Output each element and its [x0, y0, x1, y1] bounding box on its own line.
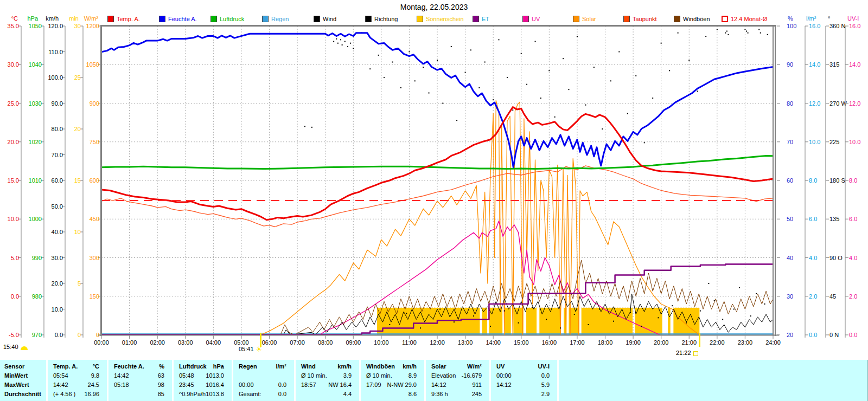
svg-text:315: 315	[829, 61, 839, 68]
svg-text:180 S: 180 S	[829, 177, 845, 184]
svg-text:%: %	[788, 15, 793, 22]
svg-text:80.0: 80.0	[52, 126, 63, 132]
table-group-windboeen: Windböenkm/h Ø 10 min.8.9 17:09N-NW 29.0…	[361, 360, 426, 401]
svg-text:990: 990	[32, 255, 42, 261]
svg-text:10:00: 10:00	[374, 339, 389, 346]
svg-text:15:00: 15:00	[514, 339, 529, 346]
svg-text:16:00: 16:00	[542, 339, 557, 346]
svg-text:90 O: 90 O	[829, 255, 843, 261]
svg-text:05:00: 05:00	[234, 339, 249, 346]
svg-text:70: 70	[787, 139, 793, 145]
svg-text:21:00: 21:00	[681, 339, 697, 346]
sunset-time: 21:22	[676, 350, 691, 356]
table-group-solar: SolarW/m² Elevation-16.679 14:12911 9:36…	[426, 360, 491, 401]
weather-chart: 35.030.025.020.015.010.05.00.0-5.0°C1050…	[0, 0, 868, 359]
axis-temp: 35.030.025.020.015.010.05.00.0-5.0°C	[8, 15, 21, 338]
axis-rain: 16.014.012.010.08.06.04.02.00.0l/m²	[805, 15, 820, 338]
svg-text:50.0: 50.0	[52, 203, 63, 210]
table-group-temp: Temp. A.°C 05:549.8 14:4224.5 (+ 4.56 )1…	[48, 360, 108, 401]
svg-text:40.0: 40.0	[52, 229, 63, 235]
svg-text:1000: 1000	[29, 216, 42, 222]
svg-text:135: 135	[829, 216, 839, 222]
svg-text:10: 10	[74, 229, 81, 235]
svg-text:90: 90	[787, 61, 793, 68]
grid	[101, 26, 773, 335]
svg-text:30.0: 30.0	[52, 255, 63, 261]
svg-text:970: 970	[32, 332, 42, 338]
sun-icon: ☀	[256, 347, 263, 352]
svg-text:-5.0: -5.0	[9, 332, 19, 338]
axis-solar: 120010509007506004503001500W/m²	[84, 15, 101, 338]
svg-text:4.0: 4.0	[809, 255, 817, 261]
svg-text:450: 450	[90, 216, 99, 222]
svg-text:0.0: 0.0	[55, 332, 63, 338]
svg-text:09:00: 09:00	[346, 339, 361, 346]
svg-text:110.0: 110.0	[48, 49, 63, 55]
table-group-feuchte: Feuchte A.% 14:4263 05:1898 85	[108, 360, 174, 401]
svg-text:20: 20	[787, 332, 793, 338]
svg-text:km/h: km/h	[46, 15, 59, 22]
col-header-sensor: Sensor	[4, 363, 24, 370]
svg-text:1050: 1050	[86, 61, 99, 68]
svg-text:1030: 1030	[29, 100, 42, 107]
svg-text:17:00: 17:00	[570, 339, 585, 346]
svg-text:360 N: 360 N	[829, 23, 845, 29]
svg-text:270 W: 270 W	[829, 100, 847, 107]
svg-text:06:00: 06:00	[262, 339, 277, 346]
series-richtung	[304, 29, 768, 328]
svg-text:20:00: 20:00	[654, 339, 669, 346]
table-group-wind: Windkm/h Ø 10 min.3.9 18:57NW 16.4 4.4	[296, 360, 361, 401]
series-et	[101, 264, 773, 335]
svg-text:°: °	[828, 15, 830, 22]
svg-text:30: 30	[787, 293, 793, 300]
row-header-minwert: MinWert	[4, 372, 28, 379]
svg-text:14:00: 14:00	[486, 339, 501, 346]
svg-text:min: min	[69, 15, 79, 22]
svg-text:20.0: 20.0	[8, 139, 19, 145]
svg-text:1010: 1010	[29, 177, 42, 184]
svg-text:23:00: 23:00	[738, 339, 753, 346]
table-filler	[559, 360, 868, 401]
svg-text:980: 980	[32, 293, 42, 300]
axis-hum: 1009080706050403020%	[777, 15, 796, 338]
x-axis: 00:0001:0002:0003:0004:0005:0006:0007:00…	[94, 335, 781, 346]
svg-text:100.0: 100.0	[48, 74, 63, 81]
svg-text:6.0: 6.0	[809, 216, 817, 222]
svg-text:25: 25	[74, 74, 81, 81]
svg-text:80: 80	[787, 100, 793, 107]
svg-text:5: 5	[78, 280, 81, 287]
svg-text:20: 20	[74, 126, 81, 132]
svg-text:8.0: 8.0	[809, 177, 817, 184]
svg-text:35.0: 35.0	[8, 23, 19, 29]
svg-text:°C: °C	[11, 15, 18, 22]
sunset-tick	[699, 333, 700, 347]
svg-text:10.0: 10.0	[52, 306, 63, 313]
svg-text:300: 300	[90, 255, 99, 261]
svg-text:08:00: 08:00	[318, 339, 333, 346]
svg-text:00:00: 00:00	[94, 339, 109, 346]
axis-wind: 120.0110.0100.090.080.070.060.050.040.03…	[46, 15, 65, 338]
moonset-time: 15:40	[3, 344, 18, 350]
svg-text:1050: 1050	[29, 23, 42, 29]
svg-text:11:00: 11:00	[402, 339, 417, 346]
svg-text:18:00: 18:00	[598, 339, 613, 346]
weather-station-daily-view: Montag, 22.05.2023 Temp. A.Feuchte A.Luf…	[0, 0, 868, 401]
svg-text:5.0: 5.0	[11, 255, 19, 261]
svg-text:W/m²: W/m²	[84, 15, 99, 22]
svg-text:50: 50	[787, 216, 793, 222]
svg-text:13:00: 13:00	[458, 339, 473, 346]
axis-press: 105010401030102010101000990980970hPa	[27, 15, 44, 338]
svg-text:750: 750	[90, 139, 99, 145]
svg-text:2.0: 2.0	[809, 293, 817, 300]
sunset-marker: 21:22	[676, 350, 698, 356]
svg-text:1040: 1040	[29, 61, 42, 68]
svg-text:15.0: 15.0	[8, 177, 19, 184]
statistics-table: Sensor MinWert MaxWert Durchschnitt Temp…	[0, 360, 868, 401]
row-header-maxwert: MaxWert	[4, 381, 29, 388]
svg-text:900: 900	[90, 100, 99, 107]
svg-text:10.0: 10.0	[849, 139, 860, 145]
svg-text:10.0: 10.0	[8, 216, 19, 222]
table-group-uv: UVUV-I 00:000.0 14:125.9 2.9	[491, 360, 559, 401]
svg-text:l/m²: l/m²	[806, 15, 816, 22]
svg-text:03:00: 03:00	[178, 339, 193, 346]
